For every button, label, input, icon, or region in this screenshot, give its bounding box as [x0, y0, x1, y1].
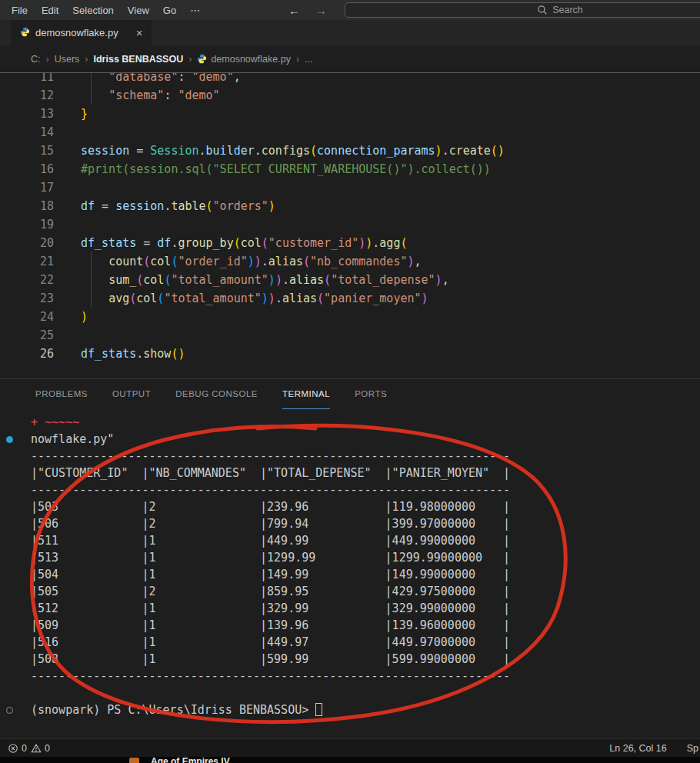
terminal[interactable]: + ~~~~~nowflake.py"---------------------…: [0, 409, 700, 738]
code-editor[interactable]: 11 "database": "demo",12 "schema": "demo…: [0, 73, 700, 378]
line-number: 19: [0, 215, 54, 234]
forward-button[interactable]: →: [315, 4, 327, 17]
line-number: 18: [0, 197, 54, 215]
tab-file-icon: [20, 27, 30, 39]
search-placeholder: Search: [552, 5, 583, 15]
panel-tab-ports[interactable]: PORTS: [355, 379, 387, 409]
terminal-line-text: + ~~~~~: [31, 415, 79, 429]
terminal-line-text: |508 |1 |599.99 |599.99000000 |: [31, 652, 510, 666]
code-text: df_stats = df.group_by(col("customer_id"…: [81, 234, 407, 252]
panel-tab-problems[interactable]: PROBLEMS: [35, 379, 88, 409]
tab-title: demosnowflake.py: [35, 27, 118, 38]
terminal-line-text: |505 |2 |859.95 |429.97500000 |: [31, 585, 510, 598]
code-line-25: 25: [0, 326, 700, 345]
breadcrumb-item-idriss-benbassou[interactable]: Idriss BENBASSOU: [94, 54, 184, 65]
menu-item-go[interactable]: Go: [156, 5, 183, 16]
line-number: 14: [0, 123, 54, 142]
python-icon: [20, 27, 30, 37]
line-number: 12: [0, 86, 54, 105]
code-text: #print(session.sql("SELECT CURRENT_WAREH…: [81, 160, 491, 178]
vscode-window: FileEditSelectionViewGo⋯ ← → Search demo…: [0, 0, 700, 763]
code-lines: 11 "database": "demo",12 "schema": "demo…: [0, 73, 700, 363]
panel-tab-debug-console[interactable]: DEBUG CONSOLE: [175, 379, 258, 409]
menu-item-file[interactable]: File: [5, 5, 35, 16]
error-circle-icon: [8, 743, 18, 754]
code-text: df = session.table("orders"): [81, 197, 275, 215]
history-navigation: ← →: [288, 0, 327, 20]
breadcrumb-item-more[interactable]: ...: [305, 54, 312, 65]
terminal-line: (snowpark) PS C:\Users\Idriss BENBASSOU>: [0, 701, 700, 718]
code-line-15: 15session = Session.builder.configs(conn…: [0, 142, 700, 160]
terminal-line-text: |516 |1 |449.97 |449.97000000 |: [31, 635, 510, 649]
code-line-21: 21 count(col("order_id")).alias("nb_comm…: [0, 252, 700, 271]
breadcrumb-separator: ›: [183, 54, 197, 65]
terminal-line: |513 |1 |1299.99 |1299.99000000 |: [0, 549, 700, 566]
panel-tab-output[interactable]: OUTPUT: [112, 379, 151, 409]
code-text: avg(col("total_amount")).alias("panier_m…: [81, 289, 428, 308]
terminal-line-text: ----------------------------------------…: [31, 669, 510, 683]
terminal-line-text: |512 |1 |329.99 |329.99000000 |: [31, 601, 510, 615]
menu-item-view[interactable]: View: [121, 5, 156, 16]
terminal-line-text: |506 |2 |799.94 |399.97000000 |: [31, 517, 510, 531]
line-number: 22: [0, 271, 54, 289]
code-line-20: 20df_stats = df.group_by(col("customer_i…: [0, 234, 700, 252]
warnings-indicator[interactable]: 0: [31, 743, 50, 754]
terminal-line: |506 |2 |799.94 |399.97000000 |: [0, 515, 700, 532]
terminal-line: |508 |1 |599.99 |599.99000000 |: [0, 651, 700, 668]
breadcrumb-item-demosnowflake-py[interactable]: demosnowflake.py: [197, 54, 291, 65]
breadcrumb: C:›Users›Idriss BENBASSOU› demosnowflake…: [0, 45, 700, 73]
code-line-16: 16#print(session.sql("SELECT CURRENT_WAR…: [0, 160, 700, 178]
code-text: count(col("order_id")).alias("nb_command…: [81, 252, 422, 271]
code-line-14: 14: [0, 123, 700, 142]
terminal-line-text: |504 |1 |149.99 |149.99000000 |: [31, 568, 510, 581]
terminal-output: + ~~~~~nowflake.py"---------------------…: [0, 414, 700, 718]
terminal-line: ----------------------------------------…: [0, 481, 700, 498]
indent-guide: [91, 289, 92, 308]
python-icon: [197, 54, 207, 64]
terminal-line: |503 |2 |239.96 |119.98000000 |: [0, 498, 700, 515]
code-line-24: 24): [0, 308, 700, 326]
tab-close-icon[interactable]: ×: [136, 26, 143, 39]
terminal-line-text: nowflake.py": [31, 432, 114, 446]
breadcrumb-item-users[interactable]: Users: [55, 54, 80, 65]
line-number: 15: [0, 142, 54, 160]
title-bar: FileEditSelectionViewGo⋯ ← → Search: [0, 0, 700, 20]
breadcrumb-items: C:›Users›Idriss BENBASSOU› demosnowflake…: [31, 54, 313, 65]
line-number: 11: [0, 73, 54, 86]
code-line-18: 18df = session.table("orders"): [0, 197, 700, 215]
breadcrumb-item-label: Users: [55, 54, 80, 65]
search-box[interactable]: Search: [345, 2, 700, 18]
warning-count: 0: [45, 743, 50, 754]
back-button[interactable]: ←: [288, 4, 300, 17]
terminal-line-text: |509 |1 |139.96 |139.96000000 |: [31, 618, 510, 632]
indentation-setting[interactable]: Sp: [687, 743, 698, 754]
code-line-11: 11 "database": "demo",: [0, 73, 700, 86]
code-text: "database": "demo",: [81, 73, 241, 86]
indent-guide: [91, 86, 92, 105]
game-app-icon[interactable]: [129, 758, 139, 763]
errors-indicator[interactable]: 0: [8, 743, 27, 754]
menu-item-more[interactable]: ⋯: [183, 5, 207, 16]
tab-demosnowflake-py[interactable]: demosnowflake.py ×: [11, 20, 152, 45]
error-count: 0: [22, 743, 27, 754]
terminal-line-text: |503 |2 |239.96 |119.98000000 |: [31, 500, 510, 514]
code-text: ): [81, 308, 88, 326]
terminal-line: |512 |1 |329.99 |329.99000000 |: [0, 600, 700, 617]
indent-guide: [91, 73, 92, 86]
line-number: 20: [0, 234, 54, 252]
indent-guide: [91, 271, 92, 289]
code-line-22: 22 sum_(col("total_amount")).alias("tota…: [0, 271, 700, 289]
menu-item-edit[interactable]: Edit: [35, 5, 65, 16]
windows-taskbar: Age of Empires IV: [0, 757, 700, 763]
breadcrumb-item-c[interactable]: C:: [31, 54, 41, 65]
terminal-line-text: |513 |1 |1299.99 |1299.99000000 |: [31, 551, 510, 565]
taskbar-app-label[interactable]: Age of Empires IV: [151, 757, 230, 763]
panel-tab-terminal[interactable]: TERMINAL: [282, 379, 330, 409]
menu-item-selection[interactable]: Selection: [65, 5, 120, 16]
code-text: }: [81, 105, 88, 123]
command-pending-dot: [6, 707, 13, 714]
terminal-line-text: ----------------------------------------…: [31, 449, 510, 463]
cursor-position[interactable]: Ln 26, Col 16: [609, 743, 666, 754]
code-text: session = Session.builder.configs(connec…: [81, 142, 505, 160]
code-line-23: 23 avg(col("total_amount")).alias("panie…: [0, 289, 700, 308]
